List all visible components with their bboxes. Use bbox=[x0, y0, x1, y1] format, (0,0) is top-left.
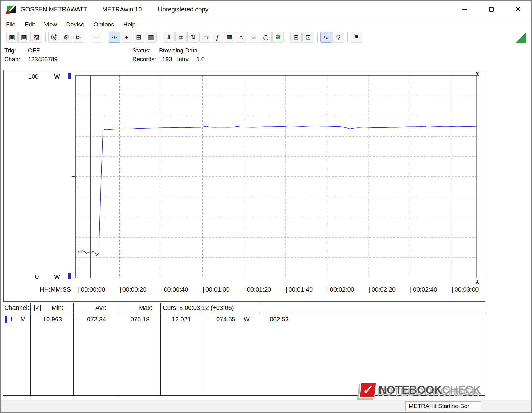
x-tick-mark: | bbox=[327, 286, 329, 293]
toolbar-separator bbox=[160, 33, 160, 42]
table-divider-thick bbox=[259, 303, 259, 396]
y-axis-unit-bottom: W bbox=[54, 273, 60, 280]
toolbar-buttons: ▣▤▨Ⓜ⊗⊳☰∿⌖⊞▥⇓⌗⇅▭ƒ▦≈≋◷❃⊟⊡∿⚲⚑ bbox=[6, 32, 363, 43]
gossen-metrawatt-logo-icon bbox=[7, 6, 16, 13]
wordmark-notebook: NOTEBOOK bbox=[378, 384, 442, 397]
app-title: METRAwin 10 bbox=[102, 6, 142, 13]
x-tick-mark: | bbox=[120, 286, 121, 293]
window-controls: ✕ bbox=[451, 1, 531, 18]
x-tick: |00:02:20 bbox=[369, 286, 396, 293]
channel-number: 1 bbox=[10, 316, 13, 323]
green-corner-triangle-icon bbox=[516, 32, 526, 43]
x-tick: |00:01:00 bbox=[203, 286, 230, 293]
menubar: File Edit View Device Options Help bbox=[1, 19, 531, 30]
channel-list-icon[interactable]: ⇅ bbox=[187, 32, 199, 43]
toolbar: ▣▤▨Ⓜ⊗⊳☰∿⌖⊞▥⇓⌗⇅▭ƒ▦≈≋◷❃⊟⊡∿⚲⚑ bbox=[1, 30, 531, 44]
status-label: Status: bbox=[132, 47, 151, 54]
value-cursor2-unit: W bbox=[244, 316, 250, 323]
x-tick: |00:00:00 bbox=[78, 286, 105, 293]
menu-item-device[interactable]: Device bbox=[62, 20, 89, 30]
menu-item-help[interactable]: Help bbox=[119, 20, 140, 30]
interval-value: 1.0 bbox=[196, 56, 204, 63]
x-tick-mark: | bbox=[452, 286, 453, 293]
logo-red-accent bbox=[5, 11, 10, 14]
x-tick-label: 00:01:20 bbox=[247, 286, 271, 293]
menu-item-edit[interactable]: Edit bbox=[20, 20, 40, 30]
print-icon[interactable]: ⊟ bbox=[290, 32, 302, 43]
minimize-button[interactable] bbox=[451, 1, 478, 18]
x-tick-label: 00:02:40 bbox=[413, 286, 437, 293]
x-tick-mark: | bbox=[161, 286, 163, 293]
menu-item-options[interactable]: Options bbox=[89, 20, 118, 30]
chart-frame: 100 W 0 W Y Y HH:MM:SS |00:00:00|00:00:2… bbox=[3, 70, 485, 302]
print-preview-icon[interactable]: ⊡ bbox=[302, 32, 314, 43]
col-header-min: Min: bbox=[52, 304, 63, 311]
statusbar: METRAHit Starline-Seri bbox=[1, 400, 531, 412]
zoom-lens-icon[interactable]: ⚲ bbox=[332, 32, 344, 43]
x-tick-mark: | bbox=[203, 286, 204, 293]
connected-device-name: METRAHit Starline-Seri bbox=[409, 403, 471, 410]
x-tick: |00:00:20 bbox=[120, 286, 147, 293]
zoom-horizontal-icon[interactable]: ∿ bbox=[320, 32, 332, 43]
live-display-icon[interactable]: ▭ bbox=[200, 32, 211, 43]
trend-plot-area[interactable] bbox=[75, 75, 479, 278]
x-tick-label: 00:03:00 bbox=[455, 286, 479, 293]
meter-timer-icon[interactable]: ◷ bbox=[260, 32, 272, 43]
value-cursor2: 074.55 bbox=[216, 316, 235, 323]
sample-rate-icon[interactable]: ≈ bbox=[236, 32, 247, 43]
device-disconnect-icon[interactable]: ⊗ bbox=[61, 32, 72, 43]
toolbar-separator bbox=[88, 33, 88, 42]
notebookcheck-watermark: ✓ NOTEBOOKCHECK bbox=[360, 382, 481, 398]
status-value: Browsing Data bbox=[159, 47, 198, 54]
memory-list-icon: ☰ bbox=[91, 32, 102, 43]
y-axis-mid-tick bbox=[72, 176, 75, 177]
brand-title: GOSSEN METRAWATT bbox=[21, 6, 87, 13]
histogram-view-icon[interactable]: ▥ bbox=[145, 32, 157, 43]
close-button[interactable]: ✕ bbox=[505, 1, 531, 18]
table-header-underline bbox=[3, 313, 485, 313]
trig-value: OFF bbox=[28, 47, 40, 54]
channel-visible-checkbox[interactable]: ✓ bbox=[34, 305, 41, 311]
col-header-cursor-readout: Curs: » 00:03:12 (+03:06) bbox=[163, 304, 234, 311]
table-view-icon[interactable]: ⊞ bbox=[133, 32, 144, 43]
records-label: Records: bbox=[132, 56, 156, 63]
interval-label: Intrv. bbox=[177, 56, 190, 63]
power-trend-line bbox=[78, 126, 477, 256]
open-folder-icon[interactable]: ▨ bbox=[30, 32, 42, 43]
device-send-icon[interactable]: ⊳ bbox=[73, 32, 84, 43]
minimize-icon bbox=[462, 9, 467, 10]
live-meter-icon[interactable]: ❃ bbox=[272, 32, 284, 43]
annotation-icon[interactable]: ⚑ bbox=[351, 32, 362, 43]
x-axis: HH:MM:SS |00:00:00|00:00:20|00:00:40|00:… bbox=[4, 286, 485, 295]
cursor-handle-bottom-icon[interactable]: Y bbox=[475, 279, 479, 285]
x-tick: |00:02:40 bbox=[410, 286, 437, 293]
y-axis-min-label: 0 bbox=[22, 273, 39, 280]
save-as-icon[interactable]: ▤ bbox=[18, 32, 30, 43]
menu-item-file[interactable]: File bbox=[1, 20, 20, 30]
x-tick-label: 00:01:40 bbox=[288, 286, 313, 293]
trend-chart[interactable] bbox=[76, 76, 479, 278]
calculator-icon[interactable]: ▦ bbox=[224, 32, 235, 43]
menu-item-view[interactable]: View bbox=[39, 20, 62, 30]
connected-device-box: METRAHit Starline-Seri bbox=[405, 401, 481, 411]
x-tick-label: 00:02:00 bbox=[330, 286, 354, 293]
value-min: 10.963 bbox=[43, 316, 62, 323]
y-axis-unit-top: W bbox=[54, 73, 60, 80]
value-avr: 072.34 bbox=[87, 316, 106, 323]
close-icon: ✕ bbox=[515, 6, 521, 13]
scope-view-icon[interactable]: ⌖ bbox=[121, 32, 132, 43]
titlebar: GOSSEN METRAWATT METRAwin 10 Unregistere… bbox=[1, 1, 531, 18]
table-divider bbox=[73, 303, 74, 396]
device-config-icon[interactable]: ⌗ bbox=[175, 32, 187, 43]
maximize-button[interactable] bbox=[478, 1, 505, 18]
trend-view-icon[interactable]: ∿ bbox=[109, 32, 120, 43]
formula-icon[interactable]: ƒ bbox=[212, 32, 223, 43]
col-header-max: Max: bbox=[139, 304, 152, 311]
save-icon[interactable]: ▣ bbox=[6, 32, 18, 43]
x-tick-label: 00:00:00 bbox=[81, 286, 105, 293]
x-tick-label: 00:02:20 bbox=[371, 286, 396, 293]
device-read-icon[interactable]: Ⓜ bbox=[48, 32, 60, 43]
export-data-icon[interactable]: ⇓ bbox=[163, 32, 175, 43]
x-tick-mark: | bbox=[410, 286, 412, 293]
value-cursor1: 12.021 bbox=[172, 316, 191, 323]
